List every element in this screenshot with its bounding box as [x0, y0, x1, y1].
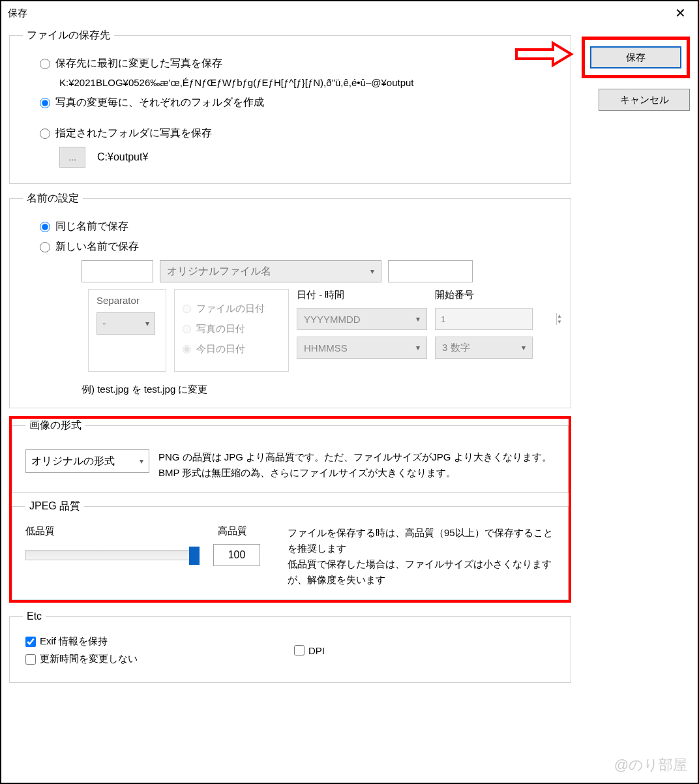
group-name: 名前の設定 同じ名前で保存 新しい名前で保存 オリジナルファイル名 ▾ Sep [9, 192, 571, 408]
legend-format: 画像の形式 [25, 419, 85, 432]
name-prefix-input[interactable] [82, 260, 153, 282]
browse-button[interactable]: ... [59, 147, 85, 168]
radio-date-photo [183, 325, 191, 333]
checkbox-mtime[interactable] [25, 654, 36, 665]
legend-jpeg: JPEG 品質 [25, 500, 84, 513]
radio-name-new-label: 新しい名前で保存 [55, 240, 139, 254]
date-format-combo[interactable]: YYYYMMDD ▾ [297, 308, 427, 330]
radio-dest-first[interactable] [40, 59, 50, 69]
name-pattern-combo-value: オリジナルファイル名 [167, 265, 271, 279]
format-combo-value: オリジナルの形式 [31, 455, 115, 468]
time-format-value: HHMMSS [304, 342, 348, 354]
chevron-down-icon: ▾ [370, 267, 374, 276]
checkbox-exif-label: Exif 情報を保持 [40, 635, 108, 648]
checkbox-dpi-label: DPI [308, 645, 325, 656]
slider-thumb[interactable] [189, 547, 200, 565]
radio-date-file-label: ファイルの日付 [196, 303, 265, 315]
arrow-annotation-icon [514, 40, 574, 68]
radio-date-today-label: 今日の日付 [196, 343, 245, 355]
digits-value: 3 数字 [442, 342, 470, 354]
radio-date-file [183, 305, 191, 313]
separator-title: Separator [97, 295, 158, 306]
chevron-down-icon: ▾ [140, 457, 143, 466]
date-format-value: YYYYMMDD [304, 314, 361, 325]
dest-specified-path: C:¥output¥ [97, 151, 148, 163]
window-title: 保存 [8, 7, 27, 20]
checkbox-exif[interactable] [25, 637, 36, 647]
checkbox-mtime-label: 更新時間を変更しない [40, 653, 138, 665]
save-highlight-annotation: 保存 [582, 37, 690, 78]
datetime-title: 日付 - 時間 [297, 289, 427, 301]
radio-name-same-label: 同じ名前で保存 [55, 220, 128, 234]
legend-etc: Etc [23, 611, 46, 622]
radio-name-new[interactable] [40, 242, 50, 252]
legend-destination: ファイルの保存先 [23, 29, 114, 42]
time-format-combo[interactable]: HHMMSS ▾ [297, 337, 427, 359]
startnum-title: 開始番号 [435, 289, 533, 301]
legend-name: 名前の設定 [23, 192, 83, 205]
radio-date-photo-label: 写真の日付 [196, 323, 245, 335]
close-icon[interactable]: ✕ [670, 3, 691, 23]
radio-dest-first-label: 保存先に最初に変更した写真を保存 [55, 57, 222, 70]
radio-date-today [183, 345, 191, 354]
format-desc: PNG の品質は JPG より高品質です。ただ、ファイルサイズがJPG より大き… [158, 449, 555, 481]
group-format: 画像の形式 オリジナルの形式 ▾ PNG の品質は JPG より高品質です。ただ… [12, 419, 569, 493]
chevron-down-icon: ▾ [145, 319, 149, 328]
digits-combo[interactable]: 3 数字 ▾ [435, 337, 533, 359]
radio-dest-specified[interactable] [40, 128, 50, 139]
dest-first-path: K:¥2021BLOG¥0526‰æ'œ,ÉƒNƒŒƒWƒbƒg(ƒEƒH[ƒ^… [59, 77, 558, 88]
radio-dest-each-label: 写真の変更毎に、それぞれのフォルダを作成 [55, 96, 264, 110]
save-button[interactable]: 保存 [590, 46, 681, 68]
cancel-button[interactable]: キャンセル [599, 89, 690, 111]
name-pattern-combo[interactable]: オリジナルファイル名 ▾ [160, 260, 381, 282]
radio-dest-each[interactable] [40, 98, 50, 108]
highlight-annotation: 画像の形式 オリジナルの形式 ▾ PNG の品質は JPG より高品質です。ただ… [9, 416, 571, 603]
group-destination: ファイルの保存先 保存先に最初に変更した写真を保存 K:¥2021BLOG¥05… [9, 29, 571, 184]
jpeg-high-label: 高品質 [218, 525, 247, 537]
jpeg-quality-input[interactable] [213, 544, 260, 566]
jpeg-low-label: 低品質 [25, 525, 55, 537]
chevron-down-icon: ▾ [522, 343, 526, 352]
group-jpeg: JPEG 品質 低品質 高品質 フ [12, 500, 569, 600]
jpeg-desc: ファイルを保存する時は、高品質（95以上）で保存することを推奨します 低品質で保… [288, 525, 555, 588]
name-example: 例) test.jpg を test.jpg に変更 [82, 384, 558, 396]
separator-combo[interactable]: - ▾ [97, 312, 155, 335]
checkbox-dpi[interactable] [294, 645, 305, 656]
name-suffix-input[interactable] [388, 260, 473, 282]
radio-dest-specified-label: 指定されたフォルダに写真を保存 [55, 127, 212, 140]
format-combo[interactable]: オリジナルの形式 ▾ [25, 449, 149, 473]
start-number-spinner[interactable]: ▲▼ [556, 313, 562, 325]
radio-name-same[interactable] [40, 222, 50, 232]
jpeg-quality-slider[interactable] [25, 550, 195, 560]
separator-value: - [102, 318, 106, 329]
start-number-input[interactable] [436, 309, 556, 329]
chevron-down-icon: ▾ [416, 343, 420, 352]
watermark: @のり部屋 [614, 755, 687, 775]
group-etc: Etc Exif 情報を保持 更新時間を変更しない DPI [9, 611, 571, 683]
chevron-down-icon: ▾ [416, 314, 420, 324]
